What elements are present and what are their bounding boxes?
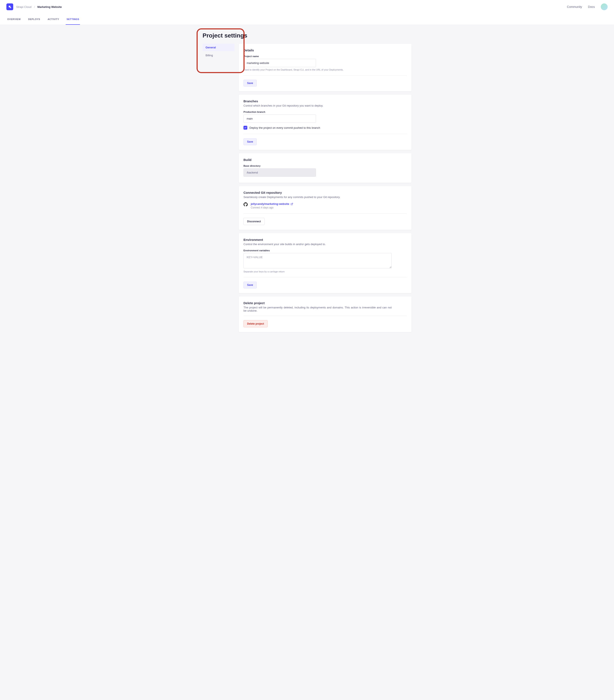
details-title: Details — [243, 48, 407, 52]
repo-connected-meta: Connect 4 days ago — [251, 206, 293, 209]
breadcrumb-separator: / — [34, 5, 35, 9]
check-icon — [244, 127, 247, 128]
tab-settings[interactable]: SETTINGS — [66, 14, 80, 25]
env-desc: Control the environment your site builds… — [243, 242, 407, 246]
env-save-button[interactable]: Save — [243, 282, 257, 288]
sidebar-item-general[interactable]: General — [202, 44, 235, 51]
env-vars-help: Separate your keys by a carriage return — [243, 270, 407, 273]
base-directory-input — [243, 168, 316, 177]
auto-deploy-label: Deploy the project on every commit pushe… — [249, 126, 320, 129]
card-delete-project: Delete project The project will be perma… — [239, 297, 412, 332]
repo-title: Connected Git repository — [243, 191, 407, 195]
delete-project-button[interactable]: Delete project — [243, 320, 267, 327]
external-link-icon — [291, 203, 293, 205]
branches-desc: Control which branches in your Git repos… — [243, 104, 407, 107]
avatar[interactable] — [601, 3, 607, 10]
repo-desc: Seamlessly create Deployments for any co… — [243, 196, 407, 199]
env-title: Environment — [243, 238, 407, 241]
divider — [243, 213, 407, 214]
production-branch-input[interactable] — [243, 114, 316, 123]
env-vars-textarea[interactable] — [243, 253, 392, 268]
sidebar-item-billing[interactable]: Billing — [202, 52, 235, 59]
breadcrumb-current[interactable]: Marketing Website — [37, 5, 62, 9]
tab-overview[interactable]: OVERVIEW — [7, 14, 22, 25]
svg-rect-1 — [10, 7, 11, 8]
breadcrumb-root[interactable]: Strapi Cloud — [16, 5, 32, 9]
settings-sidebar: General Billing — [202, 44, 235, 60]
page-title: Project settings — [202, 32, 412, 39]
nav-community[interactable]: Community — [567, 5, 582, 9]
branches-save-button[interactable]: Save — [243, 138, 257, 145]
base-directory-label: Base directory — [243, 165, 407, 167]
strapi-logo[interactable] — [7, 3, 13, 10]
branches-title: Branches — [243, 99, 407, 103]
top-bar: Strapi Cloud / Marketing Website Communi… — [0, 0, 614, 14]
card-details: Details Project name Used to identify yo… — [239, 44, 412, 91]
build-title: Build — [243, 158, 407, 162]
tab-deploys[interactable]: DEPLOYS — [27, 14, 41, 25]
env-vars-label: Environment variables — [243, 249, 407, 252]
project-name-input[interactable] — [243, 59, 316, 67]
project-name-help: Used to identify your Project on the Das… — [243, 68, 407, 71]
tabs: OVERVIEW DEPLOYS ACTIVITY SETTINGS — [0, 14, 614, 25]
disconnect-button[interactable]: Disconnect — [243, 218, 265, 225]
project-name-label: Project name — [243, 55, 407, 58]
auto-deploy-checkbox[interactable] — [243, 126, 247, 129]
production-branch-label: Production branch — [243, 111, 407, 113]
delete-desc: The project will be permanently deleted,… — [243, 306, 392, 312]
card-git-repo: Connected Git repository Seamlessly crea… — [239, 186, 412, 230]
tab-activity[interactable]: ACTIVITY — [47, 14, 60, 25]
breadcrumb: Strapi Cloud / Marketing Website — [16, 5, 62, 9]
delete-title: Delete project — [243, 301, 407, 305]
divider — [243, 277, 407, 277]
card-environment: Environment Control the environment your… — [239, 233, 412, 293]
repo-link[interactable]: jellycandy/marketing-website — [251, 202, 293, 205]
github-icon — [243, 202, 248, 207]
card-build: Build Base directory — [239, 153, 412, 183]
repo-link-text: jellycandy/marketing-website — [251, 202, 289, 205]
nav-docs[interactable]: Docs — [588, 5, 595, 9]
card-branches: Branches Control which branches in your … — [239, 95, 412, 150]
details-save-button[interactable]: Save — [243, 80, 257, 87]
